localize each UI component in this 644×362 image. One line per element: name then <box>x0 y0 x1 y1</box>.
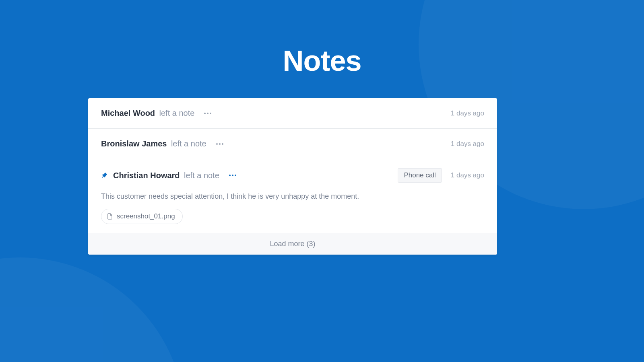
load-more-button[interactable]: Load more (3) <box>88 233 497 255</box>
note-summary: Bronislaw James left a note <box>101 139 451 148</box>
note-author: Bronislaw James <box>101 139 167 148</box>
notes-panel: Michael Wood left a note 1 days ago Bron… <box>88 98 497 255</box>
ellipsis-icon <box>235 175 236 176</box>
background-circle <box>0 257 185 362</box>
note-action: left a note <box>184 171 219 180</box>
note-author: Michael Wood <box>101 109 155 117</box>
note-summary: Michael Wood left a note <box>101 109 451 118</box>
file-icon <box>107 213 113 220</box>
page-title: Notes <box>0 44 644 77</box>
ellipsis-icon <box>222 143 223 145</box>
note-meta: 1 days ago <box>451 140 484 148</box>
attachment-filename: screenshot_01.png <box>117 212 175 220</box>
ellipsis-icon <box>210 113 211 114</box>
note-meta: Phone call 1 days ago <box>398 168 484 183</box>
more-button[interactable] <box>202 111 213 116</box>
ellipsis-icon <box>232 175 233 176</box>
note-row: Bronislaw James left a note 1 days ago <box>88 129 497 159</box>
note-row: Michael Wood left a note 1 days ago <box>88 98 497 129</box>
note-timestamp: 1 days ago <box>451 140 484 148</box>
note-author: Christian Howard <box>113 171 180 180</box>
ellipsis-icon <box>204 113 206 114</box>
more-button[interactable] <box>215 142 225 146</box>
pin-icon <box>101 172 108 179</box>
note-action: left a note <box>159 109 195 117</box>
note-row: Christian Howard left a note Phone call … <box>88 159 497 233</box>
note-tag[interactable]: Phone call <box>398 168 442 183</box>
note-meta: 1 days ago <box>451 109 484 117</box>
ellipsis-icon <box>229 175 231 176</box>
note-timestamp: 1 days ago <box>451 109 484 117</box>
ellipsis-icon <box>207 113 208 114</box>
note-header: Bronislaw James left a note 1 days ago <box>101 139 484 148</box>
ellipsis-icon <box>219 143 221 145</box>
note-header: Christian Howard left a note Phone call … <box>101 168 484 183</box>
note-summary: Christian Howard left a note <box>101 171 398 180</box>
note-body: This customer needs special attention, I… <box>101 191 484 202</box>
ellipsis-icon <box>216 143 218 145</box>
note-action: left a note <box>171 139 206 148</box>
note-timestamp: 1 days ago <box>451 171 484 179</box>
note-attachment[interactable]: screenshot_01.png <box>101 209 183 224</box>
more-button[interactable] <box>227 173 238 178</box>
note-header: Michael Wood left a note 1 days ago <box>101 109 484 118</box>
